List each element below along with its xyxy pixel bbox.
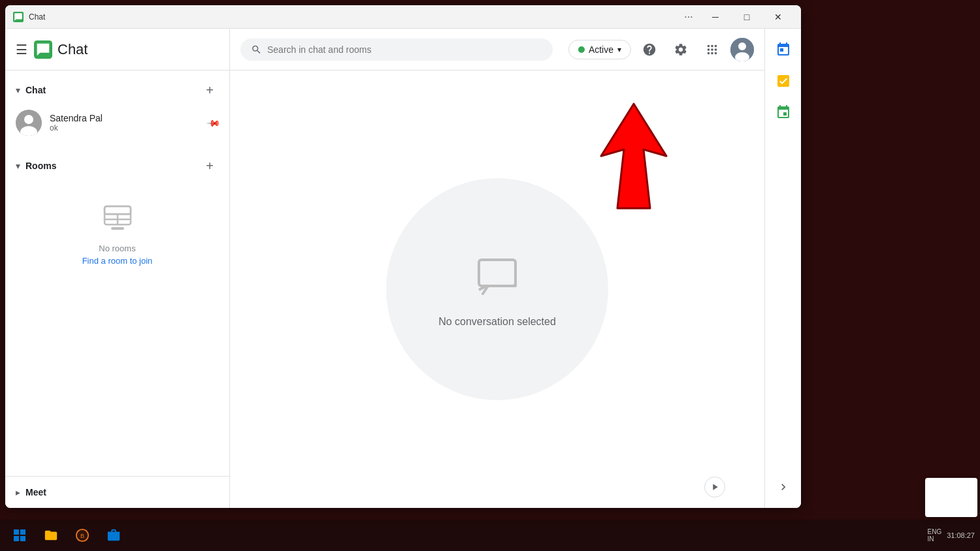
contact-info: Satendra Pal ok [50,113,200,133]
settings-button[interactable] [668,37,694,63]
active-status-button[interactable]: Active ▾ [568,40,631,59]
tasks-button[interactable] [770,68,796,94]
help-button[interactable] [636,37,662,63]
window-controls: ─ □ ✕ [700,5,793,29]
svg-rect-5 [105,206,131,214]
search-bar[interactable] [240,39,553,61]
maximize-button[interactable]: □ [732,5,762,29]
browser-button[interactable]: B [68,521,97,550]
hamburger-button[interactable]: ☰ [16,42,27,57]
svg-text:B: B [80,533,84,539]
expand-button[interactable] [704,477,725,497]
close-button[interactable]: ✕ [763,5,793,29]
taskbar-time: 31:08:27 [947,531,975,539]
active-label: Active [589,44,613,55]
active-dot [578,46,585,53]
title-bar-icon [13,12,24,22]
title-bar-more-button[interactable]: ··· [677,5,700,29]
no-conversation-circle: No conversation selected [386,178,608,400]
rooms-section-title: Rooms [25,161,201,171]
title-bar: Chat ··· ─ □ ✕ [5,5,801,29]
svg-rect-16 [20,529,25,535]
taskbar-language: ENGIN [928,528,942,543]
search-icon [251,44,262,55]
no-rooms-text: No rooms [99,244,135,253]
svg-point-11 [738,42,746,50]
meet-section: ▸ Meet [5,476,229,508]
notification-widget [925,478,977,517]
meet-section-toggle: ▸ [16,487,20,497]
store-button[interactable] [99,521,128,550]
app-title: Chat [57,41,88,58]
active-dropdown-icon: ▾ [617,45,621,54]
main-content: Active ▾ [230,29,764,508]
user-avatar-button[interactable] [730,38,754,61]
no-rooms-section: No rooms Find a room to join [5,180,229,287]
sidebar-header: ☰ Chat [5,29,229,71]
svg-rect-18 [20,536,25,541]
rooms-section-header[interactable]: ▾ Rooms + [5,151,229,180]
sidebar-content: ▾ Chat + Satendra Pal ok [5,71,229,476]
chat-section-toggle: ▾ [16,85,20,95]
app-body: ☰ Chat ▾ Chat + [5,29,801,508]
calendar-button[interactable] [770,37,796,63]
start-button[interactable] [5,521,34,550]
rooms-section-toggle: ▾ [16,161,20,171]
svg-rect-9 [111,227,124,230]
search-input[interactable] [267,44,542,55]
contact-status: ok [50,123,200,133]
svg-rect-15 [14,529,19,535]
no-conversation-area: No conversation selected [230,71,764,508]
folder-button[interactable] [37,521,65,550]
chat-section-header[interactable]: ▾ Chat + [5,76,229,104]
right-sidebar [764,29,801,508]
svg-point-2 [24,115,33,124]
meet-section-title: Meet [25,487,219,497]
no-conversation-text: No conversation selected [438,316,556,328]
top-bar: Active ▾ [230,29,764,71]
avatar [16,110,42,136]
expand-right-button[interactable] [770,474,796,500]
minimize-button[interactable]: ─ [700,5,730,29]
taskbar: B ENGIN 31:08:27 [0,520,980,551]
top-actions: Active ▾ [568,37,754,63]
apps-button[interactable] [699,37,725,63]
chat-section-title: Chat [25,85,201,95]
contact-name: Satendra Pal [50,113,200,123]
rooms-icon [102,201,133,238]
chat-add-button[interactable]: + [201,81,219,99]
chat-logo-icon [34,40,52,59]
app-logo: Chat [34,40,88,59]
taskbar-right: ENGIN 31:08:27 [928,528,975,543]
window-title: Chat [29,12,677,22]
sidebar: ☰ Chat ▾ Chat + [5,29,230,508]
meet-section-header[interactable]: ▸ Meet [5,482,229,503]
pin-icon: 📌 [206,115,221,130]
contact-item[interactable]: Satendra Pal ok 📌 [5,104,229,141]
svg-rect-17 [14,536,19,541]
find-room-link[interactable]: Find a room to join [82,256,153,266]
chat-bubble-icon [471,251,523,306]
svg-rect-13 [479,260,515,286]
keep-button[interactable] [770,99,796,125]
app-window: Chat ··· ─ □ ✕ ☰ Chat [5,5,801,508]
rooms-add-button[interactable]: + [201,157,219,175]
